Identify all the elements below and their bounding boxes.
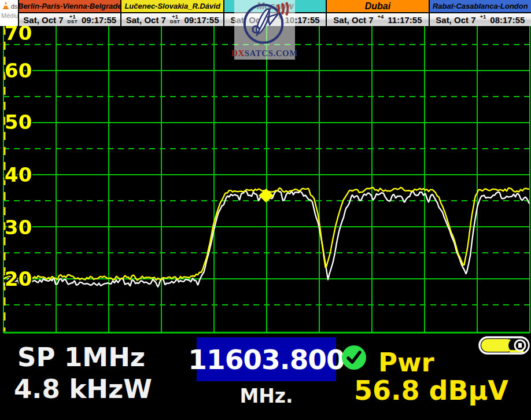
frequency-display[interactable]: 11603.800 xyxy=(197,337,336,381)
corner-filename-text: ds xyxy=(11,3,18,10)
rbw-setting-label: 4.8 kHzW xyxy=(14,376,152,402)
clock-panel-rabat[interactable]: Rabat-Casablanca-LondonSat, Oct 7+108:17… xyxy=(429,0,531,26)
y-tick-label: 50 xyxy=(5,112,32,132)
status-bar: SP 1MHz 4.8 kHzW 11603.800 MHz. Pwr 56.8… xyxy=(0,334,531,420)
frequency-value: 11603.800 xyxy=(188,344,344,375)
clock-city-label: Rabat-Casablanca-London xyxy=(430,0,531,13)
y-tick-label: 70 xyxy=(5,23,32,43)
dxsatcs-logo-icon xyxy=(241,0,289,50)
y-tick-label: 40 xyxy=(5,165,32,185)
dxsatcs-watermark: DXSATCS.COM xyxy=(234,0,295,60)
clock-city-label: Berlin-Paris-Vienna-Belgrade xyxy=(19,0,120,13)
clock-utc-offset: +4 xyxy=(377,14,384,25)
offset-value: +4 xyxy=(377,14,384,20)
desktop-corner: ds Médiu xyxy=(0,0,18,26)
clock-date: Sat, Oct 7 xyxy=(23,15,63,25)
clock-utc-offset: +1DST xyxy=(170,14,180,25)
clock-time: 11:17:55 xyxy=(388,15,422,25)
spectrum-analyzer-screen: 706050403020 ds Médiu Berlin-Paris-Vienn… xyxy=(0,0,531,420)
clock-city-label: Lučenec-Slovakia_R.Dávid xyxy=(121,0,223,13)
clock-time-row: Sat, Oct 7+108:17:55 xyxy=(430,13,531,26)
y-tick-label: 30 xyxy=(5,218,32,237)
clock-utc-offset: +1DST xyxy=(68,14,78,25)
clock-utc-offset: +1 xyxy=(480,14,486,25)
clock-time-row: Sat, Oct 7+1DST09:17:55 xyxy=(19,13,120,26)
dst-flag: DST xyxy=(170,20,180,24)
y-tick-label: 20 xyxy=(5,269,32,289)
span-setting-label: SP 1MHz xyxy=(17,344,145,370)
clock-date: Sat, Oct 7 xyxy=(436,15,475,25)
offset-value: +1 xyxy=(480,14,486,20)
clock-city-label: Dubai xyxy=(327,0,428,13)
clock-panel-berlin[interactable]: Berlin-Paris-Vienna-BelgradeSat, Oct 7+1… xyxy=(18,0,120,26)
clock-time: 08:17:55 xyxy=(490,15,525,25)
clock-time: 09:17:55 xyxy=(184,15,219,25)
clock-time: 09:17:55 xyxy=(82,15,116,25)
clock-time-row: Sat, Oct 7+1DST09:17:55 xyxy=(121,13,223,26)
signal-lock-ok-icon xyxy=(341,344,367,371)
battery-icon xyxy=(478,336,530,355)
power-label: Pwr xyxy=(378,349,434,375)
vlc-cone-icon xyxy=(2,1,10,12)
clock-panel-dubai[interactable]: DubaiSat, Oct 7+411:17:55 xyxy=(326,0,428,26)
frequency-unit-label: MHz. xyxy=(197,386,336,406)
watermark-text: DXSATCS.COM xyxy=(231,49,298,58)
clock-panel-lucenec[interactable]: Lučenec-Slovakia_R.DávidSat, Oct 7+1DST0… xyxy=(120,0,223,26)
clock-time-row: Sat, Oct 7+411:17:55 xyxy=(327,13,428,26)
clock-date: Sat, Oct 7 xyxy=(333,15,373,25)
dst-flag: DST xyxy=(68,20,78,24)
corner-media-text: Médiu xyxy=(0,12,18,19)
y-tick-label: 60 xyxy=(5,61,32,80)
clock-date: Sat, Oct 7 xyxy=(126,15,166,25)
power-value: 56.8 dBµV xyxy=(354,377,508,404)
